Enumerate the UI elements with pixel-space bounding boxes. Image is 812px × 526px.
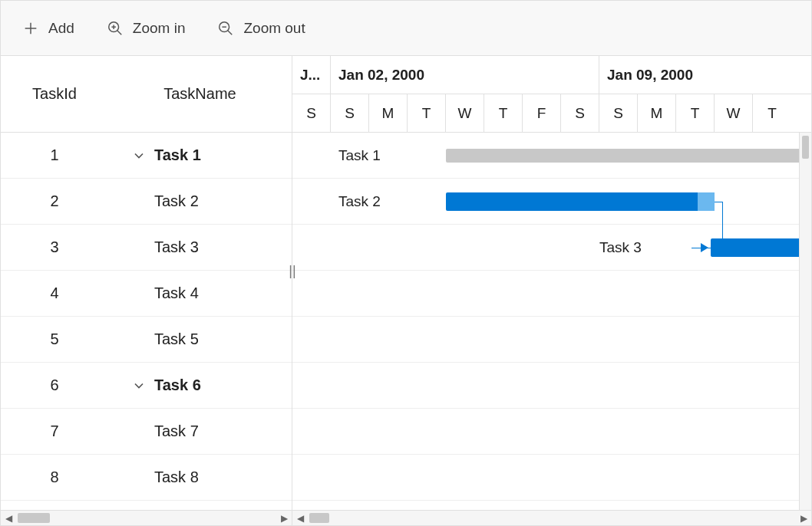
chart-body: Task 1 Task 2 Task 3 — [292, 133, 811, 510]
splitter-handle[interactable]: || — [286, 255, 299, 286]
cell-name: Task 5 — [108, 330, 292, 348]
toolbar: Add Zoom in Zoom out — [1, 1, 811, 56]
grid-header: TaskId TaskName — [1, 56, 292, 133]
chart-row — [292, 409, 811, 455]
task-bar[interactable] — [446, 192, 715, 211]
svg-line-7 — [228, 30, 233, 35]
cell-id: 2 — [1, 192, 108, 210]
chart-row — [292, 271, 811, 317]
add-label: Add — [48, 20, 74, 37]
zoom-out-label: Zoom out — [243, 20, 305, 37]
day-label: T — [753, 94, 791, 132]
chart-row — [292, 363, 811, 409]
scrollbar-thumb[interactable] — [309, 513, 329, 523]
cell-name: Task 6 — [108, 376, 292, 394]
chevron-down-icon[interactable] — [131, 378, 147, 393]
task-name: Task 7 — [154, 422, 199, 440]
day-label: M — [369, 94, 408, 132]
bar-label: Task 1 — [338, 147, 381, 164]
scroll-left-icon[interactable]: ◀ — [1, 511, 16, 525]
task-name: Task 8 — [154, 468, 199, 486]
task-name: Task 3 — [154, 238, 199, 256]
grid-horizontal-scrollbar[interactable]: ◀ ▶ — [1, 510, 292, 525]
svg-line-3 — [117, 30, 122, 35]
scrollbar-thumb[interactable] — [18, 513, 50, 523]
content-area: TaskId TaskName 1 Task 1 2 Task 2 — [1, 56, 811, 525]
cell-id: 3 — [1, 238, 108, 256]
day-label: M — [638, 94, 676, 132]
dependency-line — [715, 202, 722, 202]
task-name: Task 5 — [154, 330, 199, 348]
cell-name: Task 1 — [108, 146, 292, 164]
week-label: Jan 02, 2000 — [331, 56, 599, 94]
cell-id: 4 — [1, 284, 108, 302]
zoom-in-button[interactable]: Zoom in — [101, 15, 192, 41]
table-row[interactable]: 6 Task 6 — [1, 363, 292, 409]
table-row[interactable]: 7 Task 7 — [1, 409, 292, 455]
zoom-out-icon — [217, 20, 234, 37]
summary-bar[interactable] — [446, 149, 811, 163]
task-grid-pane: TaskId TaskName 1 Task 1 2 Task 2 — [1, 56, 292, 525]
column-header-name[interactable]: TaskName — [108, 85, 292, 103]
week-label: Jan 09, 2000 — [599, 56, 799, 94]
task-name: Task 6 — [154, 376, 201, 394]
cell-name: Task 7 — [108, 422, 292, 440]
cell-id: 7 — [1, 422, 108, 440]
column-header-id[interactable]: TaskId — [1, 85, 108, 103]
bar-label: Task 3 — [599, 239, 642, 256]
cell-id: 6 — [1, 376, 108, 394]
add-button[interactable]: Add — [16, 15, 81, 41]
table-row[interactable]: 5 Task 5 — [1, 317, 292, 363]
chart-horizontal-scrollbar[interactable]: ◀ ▶ — [292, 510, 811, 525]
table-row[interactable]: 3 Task 3 — [1, 225, 292, 271]
day-label: S — [292, 94, 331, 132]
progress-indicator — [698, 192, 715, 211]
zoom-in-label: Zoom in — [133, 20, 186, 37]
dependency-arrow-icon — [701, 243, 708, 252]
day-label: T — [676, 94, 715, 132]
bar-label: Task 2 — [338, 193, 381, 210]
day-label: W — [446, 94, 484, 132]
table-row[interactable]: 1 Task 1 — [1, 133, 292, 179]
zoom-out-button[interactable]: Zoom out — [211, 15, 311, 41]
table-row[interactable]: 2 Task 2 — [1, 179, 292, 225]
day-label: S — [561, 94, 599, 132]
dependency-line — [722, 202, 723, 248]
chart-row: Task 1 — [292, 133, 811, 179]
task-bar[interactable] — [711, 238, 811, 257]
day-label: T — [408, 94, 446, 132]
chart-row: Task 3 — [292, 225, 811, 271]
scroll-left-icon[interactable]: ◀ — [292, 511, 308, 525]
chart-row — [292, 455, 811, 501]
scroll-right-icon[interactable]: ▶ — [796, 511, 811, 525]
week-label: J... — [292, 56, 331, 94]
cell-id: 5 — [1, 330, 108, 348]
chart-row: Task 2 — [292, 179, 811, 225]
scrollbar-thumb[interactable] — [802, 136, 809, 159]
chart-row — [292, 317, 811, 363]
day-label: W — [715, 94, 753, 132]
chevron-down-icon[interactable] — [131, 148, 147, 163]
table-row[interactable]: 4 Task 4 — [1, 271, 292, 317]
cell-name: Task 8 — [108, 468, 292, 486]
grid-body: 1 Task 1 2 Task 2 3 — [1, 133, 292, 510]
timeline-header: J... Jan 02, 2000 Jan 09, 2000 S S M T W… — [292, 56, 811, 133]
task-name: Task 2 — [154, 192, 199, 210]
table-row[interactable]: 8 Task 8 — [1, 455, 292, 501]
week-row: J... Jan 02, 2000 Jan 09, 2000 — [292, 56, 811, 94]
zoom-in-icon — [107, 20, 124, 37]
chart-pane: J... Jan 02, 2000 Jan 09, 2000 S S M T W… — [292, 56, 811, 525]
day-row: S S M T W T F S S M T W T — [292, 94, 811, 132]
chart-vertical-scrollbar[interactable] — [799, 133, 811, 510]
scroll-right-icon[interactable]: ▶ — [276, 511, 292, 525]
cell-id: 1 — [1, 146, 108, 164]
day-label: F — [523, 94, 561, 132]
day-label: S — [331, 94, 369, 132]
gantt-container: Add Zoom in Zoom out TaskId TaskName 1 — [0, 0, 812, 526]
cell-name: Task 3 — [108, 238, 292, 256]
day-label: T — [484, 94, 523, 132]
cell-id: 8 — [1, 468, 108, 486]
cell-name: Task 2 — [108, 192, 292, 210]
cell-name: Task 4 — [108, 284, 292, 302]
task-name: Task 4 — [154, 284, 199, 302]
